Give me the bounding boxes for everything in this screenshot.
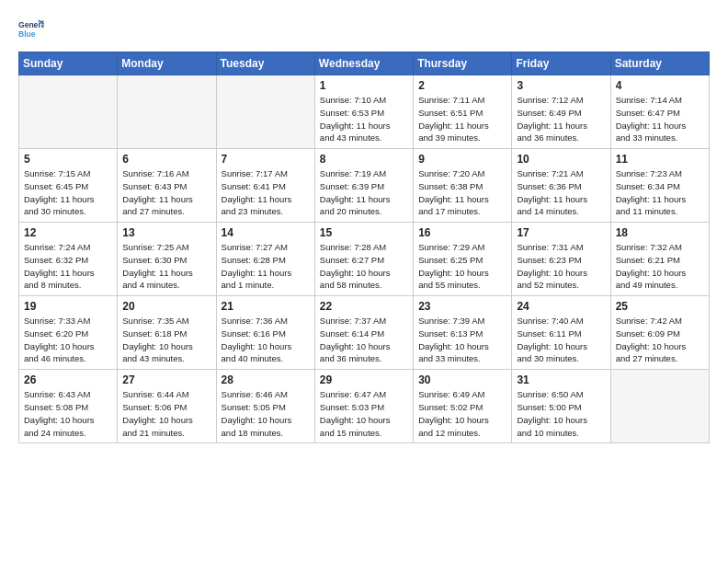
calendar-cell: 12Sunrise: 7:24 AM Sunset: 6:32 PM Dayli… — [19, 223, 118, 296]
day-info: Sunrise: 7:36 AM Sunset: 6:16 PM Dayligh… — [222, 315, 310, 365]
day-number: 12 — [24, 226, 112, 239]
calendar-cell: 17Sunrise: 7:31 AM Sunset: 6:23 PM Dayli… — [512, 223, 610, 296]
calendar-cell: 1Sunrise: 7:10 AM Sunset: 6:53 PM Daylig… — [314, 75, 413, 149]
calendar-cell — [19, 75, 118, 149]
calendar-week-row: 1Sunrise: 7:10 AM Sunset: 6:53 PM Daylig… — [19, 75, 710, 149]
day-number: 16 — [418, 226, 506, 239]
day-info: Sunrise: 7:20 AM Sunset: 6:38 PM Dayligh… — [418, 167, 506, 218]
day-info: Sunrise: 7:32 AM Sunset: 6:21 PM Dayligh… — [616, 241, 704, 292]
calendar-cell: 8Sunrise: 7:19 AM Sunset: 6:39 PM Daylig… — [314, 149, 413, 223]
day-number: 24 — [517, 300, 605, 313]
day-number: 3 — [517, 79, 605, 92]
calendar-cell: 29Sunrise: 6:47 AM Sunset: 5:03 PM Dayli… — [314, 370, 413, 443]
day-number: 27 — [122, 373, 210, 386]
day-number: 8 — [320, 153, 408, 166]
calendar-table: SundayMondayTuesdayWednesdayThursdayFrid… — [18, 52, 710, 443]
logo: General Blue — [18, 17, 44, 42]
calendar-cell: 10Sunrise: 7:21 AM Sunset: 6:36 PM Dayli… — [512, 149, 610, 223]
calendar-cell: 19Sunrise: 7:33 AM Sunset: 6:20 PM Dayli… — [19, 296, 118, 370]
logo-icon: General Blue — [18, 17, 44, 42]
day-info: Sunrise: 7:27 AM Sunset: 6:28 PM Dayligh… — [222, 241, 310, 292]
day-number: 23 — [418, 300, 506, 313]
day-info: Sunrise: 7:12 AM Sunset: 6:49 PM Dayligh… — [517, 94, 605, 144]
calendar-cell: 5Sunrise: 7:15 AM Sunset: 6:45 PM Daylig… — [19, 149, 118, 223]
page: General Blue SundayMondayTuesdayWednesda… — [0, 0, 728, 563]
calendar-cell: 30Sunrise: 6:49 AM Sunset: 5:02 PM Dayli… — [414, 370, 512, 443]
day-info: Sunrise: 6:49 AM Sunset: 5:02 PM Dayligh… — [418, 388, 506, 439]
day-info: Sunrise: 7:42 AM Sunset: 6:09 PM Dayligh… — [616, 315, 704, 365]
calendar-cell: 11Sunrise: 7:23 AM Sunset: 6:34 PM Dayli… — [610, 149, 709, 223]
day-info: Sunrise: 7:15 AM Sunset: 6:45 PM Dayligh… — [24, 167, 112, 218]
day-info: Sunrise: 7:14 AM Sunset: 6:47 PM Dayligh… — [616, 94, 704, 144]
day-info: Sunrise: 7:35 AM Sunset: 6:18 PM Dayligh… — [122, 315, 210, 365]
calendar-cell: 16Sunrise: 7:29 AM Sunset: 6:25 PM Dayli… — [414, 223, 512, 296]
calendar-cell — [118, 75, 216, 149]
day-info: Sunrise: 7:23 AM Sunset: 6:34 PM Dayligh… — [616, 167, 704, 218]
day-info: Sunrise: 7:10 AM Sunset: 6:53 PM Dayligh… — [320, 94, 408, 144]
calendar-week-row: 19Sunrise: 7:33 AM Sunset: 6:20 PM Dayli… — [19, 296, 710, 370]
day-info: Sunrise: 7:25 AM Sunset: 6:30 PM Dayligh… — [122, 241, 210, 292]
day-number: 10 — [517, 153, 605, 166]
calendar-cell: 27Sunrise: 6:44 AM Sunset: 5:06 PM Dayli… — [118, 370, 216, 443]
weekday-header-row: SundayMondayTuesdayWednesdayThursdayFrid… — [19, 52, 710, 75]
calendar-week-row: 26Sunrise: 6:43 AM Sunset: 5:08 PM Dayli… — [19, 370, 710, 443]
day-info: Sunrise: 7:28 AM Sunset: 6:27 PM Dayligh… — [320, 241, 408, 292]
day-number: 18 — [616, 226, 704, 239]
day-info: Sunrise: 6:43 AM Sunset: 5:08 PM Dayligh… — [24, 388, 112, 439]
calendar-cell: 28Sunrise: 6:46 AM Sunset: 5:05 PM Dayli… — [216, 370, 314, 443]
day-number: 30 — [418, 373, 506, 386]
day-info: Sunrise: 7:37 AM Sunset: 6:14 PM Dayligh… — [320, 315, 408, 365]
day-number: 19 — [24, 300, 112, 313]
calendar-cell: 7Sunrise: 7:17 AM Sunset: 6:41 PM Daylig… — [216, 149, 314, 223]
day-info: Sunrise: 6:47 AM Sunset: 5:03 PM Dayligh… — [320, 388, 408, 439]
day-number: 31 — [517, 373, 605, 386]
day-number: 28 — [222, 373, 310, 386]
day-number: 5 — [24, 153, 112, 166]
weekday-header-monday: Monday — [118, 52, 216, 75]
calendar-cell: 23Sunrise: 7:39 AM Sunset: 6:13 PM Dayli… — [414, 296, 512, 370]
day-info: Sunrise: 7:24 AM Sunset: 6:32 PM Dayligh… — [24, 241, 112, 292]
calendar-week-row: 12Sunrise: 7:24 AM Sunset: 6:32 PM Dayli… — [19, 223, 710, 296]
day-info: Sunrise: 7:39 AM Sunset: 6:13 PM Dayligh… — [418, 315, 506, 365]
day-number: 6 — [122, 153, 210, 166]
calendar-cell: 15Sunrise: 7:28 AM Sunset: 6:27 PM Dayli… — [314, 223, 413, 296]
calendar-cell: 22Sunrise: 7:37 AM Sunset: 6:14 PM Dayli… — [314, 296, 413, 370]
svg-text:Blue: Blue — [18, 29, 36, 39]
day-number: 14 — [222, 226, 310, 239]
day-info: Sunrise: 7:21 AM Sunset: 6:36 PM Dayligh… — [517, 167, 605, 218]
day-number: 2 — [418, 79, 506, 92]
day-info: Sunrise: 7:16 AM Sunset: 6:43 PM Dayligh… — [122, 167, 210, 218]
day-number: 21 — [222, 300, 310, 313]
calendar-cell: 25Sunrise: 7:42 AM Sunset: 6:09 PM Dayli… — [610, 296, 709, 370]
calendar-cell: 13Sunrise: 7:25 AM Sunset: 6:30 PM Dayli… — [118, 223, 216, 296]
day-number: 4 — [616, 79, 704, 92]
weekday-header-friday: Friday — [512, 52, 610, 75]
calendar-cell: 26Sunrise: 6:43 AM Sunset: 5:08 PM Dayli… — [19, 370, 118, 443]
day-info: Sunrise: 7:17 AM Sunset: 6:41 PM Dayligh… — [222, 167, 310, 218]
day-info: Sunrise: 6:50 AM Sunset: 5:00 PM Dayligh… — [517, 388, 605, 439]
day-number: 22 — [320, 300, 408, 313]
day-info: Sunrise: 6:46 AM Sunset: 5:05 PM Dayligh… — [222, 388, 310, 439]
day-number: 13 — [122, 226, 210, 239]
day-info: Sunrise: 7:29 AM Sunset: 6:25 PM Dayligh… — [418, 241, 506, 292]
day-info: Sunrise: 7:40 AM Sunset: 6:11 PM Dayligh… — [517, 315, 605, 365]
weekday-header-sunday: Sunday — [19, 52, 118, 75]
day-info: Sunrise: 7:33 AM Sunset: 6:20 PM Dayligh… — [24, 315, 112, 365]
weekday-header-wednesday: Wednesday — [314, 52, 413, 75]
day-number: 26 — [24, 373, 112, 386]
calendar-cell: 3Sunrise: 7:12 AM Sunset: 6:49 PM Daylig… — [512, 75, 610, 149]
day-info: Sunrise: 7:19 AM Sunset: 6:39 PM Dayligh… — [320, 167, 408, 218]
day-number: 7 — [222, 153, 310, 166]
header: General Blue — [18, 17, 710, 42]
calendar-cell: 20Sunrise: 7:35 AM Sunset: 6:18 PM Dayli… — [118, 296, 216, 370]
day-info: Sunrise: 7:31 AM Sunset: 6:23 PM Dayligh… — [517, 241, 605, 292]
weekday-header-saturday: Saturday — [610, 52, 709, 75]
calendar-week-row: 5Sunrise: 7:15 AM Sunset: 6:45 PM Daylig… — [19, 149, 710, 223]
calendar-cell: 31Sunrise: 6:50 AM Sunset: 5:00 PM Dayli… — [512, 370, 610, 443]
calendar-cell — [610, 370, 709, 443]
calendar-cell: 18Sunrise: 7:32 AM Sunset: 6:21 PM Dayli… — [610, 223, 709, 296]
calendar-cell: 24Sunrise: 7:40 AM Sunset: 6:11 PM Dayli… — [512, 296, 610, 370]
calendar-cell — [216, 75, 314, 149]
day-number: 9 — [418, 153, 506, 166]
calendar-cell: 9Sunrise: 7:20 AM Sunset: 6:38 PM Daylig… — [414, 149, 512, 223]
